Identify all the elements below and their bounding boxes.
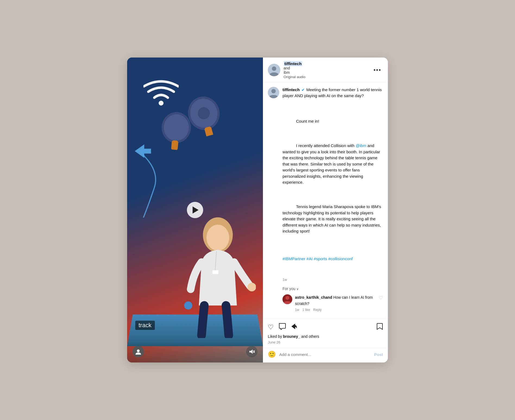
audio-avatar (268, 64, 280, 76)
comment-username[interactable]: astro_karthik_chand (295, 295, 332, 300)
likes-prefix: Liked by (268, 334, 283, 339)
svg-point-21 (271, 89, 276, 93)
video-bottom-bar (127, 341, 263, 362)
likes-suffix: and others (300, 334, 319, 339)
video-panel: track (127, 58, 263, 363)
post-line5: Tennis legend Maria Sharapova spoke to I… (282, 204, 382, 233)
add-comment-row: 🙂 Post (263, 348, 388, 362)
post-body: tiffintech ✔ Meeting the former number 1… (282, 87, 383, 316)
like-button[interactable]: ♡ (268, 323, 274, 331)
comment-heart-icon[interactable]: ♡ (379, 294, 383, 302)
svg-point-1 (206, 225, 229, 251)
audio-and-text: and (284, 66, 369, 70)
likes-row: Liked by brouney_ and others (263, 334, 388, 340)
comment-body: astro_karthik_chand How can I learn AI f… (295, 294, 376, 312)
svg-rect-4 (212, 270, 218, 274)
svg-point-19 (272, 66, 276, 71)
post-date: June 26 (263, 340, 388, 348)
comment-likes: 1 like (302, 307, 310, 312)
post-header: tiffintech ✔ Meeting the former number 1… (268, 87, 383, 316)
for-you-label: For you (282, 286, 295, 292)
broadcast-icon (143, 79, 179, 113)
audio-original-label: Original audio (284, 75, 369, 79)
user-avatar-button[interactable] (133, 346, 144, 357)
post-mention[interactable]: @ibm (356, 143, 366, 148)
post-line3: I recently attended Collision with (296, 143, 356, 148)
action-bar: ♡ (263, 319, 388, 334)
svg-point-2 (247, 283, 256, 291)
comment-input[interactable] (279, 352, 371, 357)
audio-info: tiffintech and ibm Original audio (284, 61, 369, 79)
audio-header: tiffintech and ibm Original audio ••• (263, 58, 388, 82)
audio-ibm-text: ibm (284, 70, 369, 75)
share-button[interactable] (291, 323, 298, 332)
comment-avatar (282, 294, 292, 304)
post-line2: Count me in! (296, 119, 319, 123)
audio-username: tiffintech (284, 61, 369, 66)
post-line4: and wanted to give you a look into their… (282, 143, 381, 184)
post-avatar[interactable] (268, 87, 279, 98)
play-button[interactable] (187, 202, 203, 218)
svg-marker-15 (249, 349, 253, 354)
comment-reply-button[interactable]: Reply (313, 307, 322, 312)
mute-button[interactable] (246, 346, 258, 357)
chevron-down-icon: ∨ (296, 287, 299, 291)
post-comment-button[interactable]: Post (374, 352, 383, 357)
track-label: track (135, 321, 155, 330)
post-hashtags[interactable]: #IBMPartner #AI #sports #collisionconf (282, 256, 383, 262)
post-time: 1w (282, 277, 383, 282)
svg-point-5 (159, 101, 164, 106)
comment-meta: 1w 1 like Reply (295, 307, 376, 312)
for-you-row[interactable]: For you ∨ (282, 286, 383, 292)
svg-point-14 (137, 349, 140, 352)
svg-rect-12 (171, 140, 178, 151)
comment-time: 1w (295, 307, 299, 312)
comment-button[interactable] (279, 323, 286, 332)
more-options-button[interactable]: ••• (372, 66, 383, 74)
post-section: tiffintech ✔ Meeting the former number 1… (263, 82, 388, 319)
likes-user[interactable]: brouney_ (283, 334, 300, 339)
instagram-post-card: track (127, 58, 388, 363)
right-panel: tiffintech and ibm Original audio ••• (263, 58, 388, 363)
emoji-button[interactable]: 🙂 (268, 351, 276, 358)
post-full-text: Count me in! I recently attended Collisi… (282, 100, 383, 274)
bookmark-button[interactable] (376, 323, 383, 332)
post-username[interactable]: tiffintech (282, 87, 300, 92)
curve-decoration (138, 155, 162, 218)
person-figure (180, 213, 256, 338)
paddle-2 (158, 110, 194, 151)
verified-badge: ✔ (302, 88, 305, 92)
play-triangle-icon (193, 206, 199, 214)
comment-row: astro_karthik_chand How can I learn AI f… (282, 294, 383, 312)
svg-point-23 (285, 296, 289, 300)
